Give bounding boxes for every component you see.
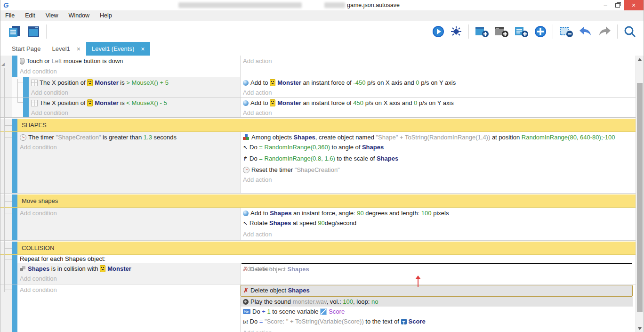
text-segment: Do: [250, 155, 259, 162]
condition-row[interactable]: The X position of Monster is > MouseX() …: [29, 78, 240, 88]
close-button[interactable]: ×: [624, 0, 644, 10]
event-drag-handle[interactable]: [23, 77, 29, 97]
text-segment: to the text of: [364, 318, 401, 325]
event-drag-handle[interactable]: [12, 208, 17, 240]
undo-icon[interactable]: [579, 25, 593, 38]
add-condition-link[interactable]: Add condition: [17, 274, 240, 283]
conditions-cell: The timer "ShapeCreation" is greater tha…: [17, 132, 241, 193]
delete-event-icon[interactable]: [559, 25, 574, 38]
event-drag-handle[interactable]: [23, 97, 29, 117]
event-drag-handle[interactable]: [12, 132, 17, 193]
vertical-scrollbar: [636, 56, 644, 332]
redo-icon[interactable]: [597, 25, 612, 38]
action-row[interactable]: Do = RandomInRange(0.8, 1.6) to the scal…: [241, 154, 636, 165]
add-condition-link[interactable]: Add condition: [29, 88, 240, 97]
add-action-link[interactable]: Add action: [241, 108, 636, 118]
event-drag-handle[interactable]: [12, 255, 17, 284]
scrollbar-thumb[interactable]: [637, 83, 643, 312]
scroll-down-icon[interactable]: [638, 327, 642, 330]
menu-window[interactable]: Window: [69, 12, 89, 19]
text-segment: Rotate: [250, 219, 269, 227]
add-action-link[interactable]: Add action: [241, 229, 636, 239]
add-event-icon[interactable]: [475, 25, 490, 38]
tree-guide: [4, 137, 12, 138]
tab-level1-events[interactable]: Level1 (Events) ×: [86, 42, 151, 56]
monster-icon: [270, 79, 275, 86]
add-action-link[interactable]: Add action: [241, 328, 636, 332]
action-row[interactable]: Reset the timer "ShapeCreation": [241, 165, 636, 175]
text-segment: "ShapeCreation": [295, 166, 340, 173]
action-row[interactable]: Do + 1 to scene variable Score: [241, 307, 636, 316]
tab-start-page[interactable]: Start Page: [6, 42, 46, 56]
comment-move-shapes[interactable]: Move shapes: [0, 194, 636, 208]
for-each-header[interactable]: Repeat for each Shapes object:: [17, 255, 636, 263]
event-drag-handle[interactable]: [12, 194, 17, 207]
comment-collision[interactable]: COLLISION: [0, 242, 636, 255]
add-new-icon[interactable]: [534, 25, 547, 38]
condition-row[interactable]: Shapes is in collision with Monster: [17, 264, 240, 274]
close-tab-icon[interactable]: ×: [77, 45, 80, 53]
add-action-link[interactable]: Add action: [241, 56, 636, 66]
action-row-selected[interactable]: Play the sound monster.wav, vol.: 100, l…: [241, 297, 633, 307]
drag-direction-arrow: [415, 275, 421, 288]
expander-icon[interactable]: ◢: [1, 62, 5, 66]
toolbar-separator: [46, 24, 47, 39]
force-icon: [243, 211, 249, 216]
event-drag-handle[interactable]: [12, 284, 17, 332]
scroll-up-icon[interactable]: [638, 58, 642, 61]
action-row[interactable]: Among objects Shapes, create object name…: [241, 132, 636, 142]
close-tab-icon[interactable]: ×: [141, 45, 145, 53]
action-row[interactable]: Add to Monster an instant force of -450 …: [241, 78, 636, 88]
add-comment-icon[interactable]: [514, 25, 529, 38]
action-row[interactable]: Rotate Shapes at speed 90deg/second: [241, 218, 636, 229]
text-segment: The X position of: [40, 79, 87, 86]
menu-file[interactable]: File: [5, 12, 15, 19]
toolbar: [0, 21, 644, 42]
menu-help[interactable]: Help: [100, 12, 112, 19]
gdevelop-window: G game.json.autosave – × File Edit View …: [0, 0, 644, 332]
action-row[interactable]: Add to Monster an instant force of 450 p…: [241, 98, 636, 108]
add-condition-link[interactable]: Add condition: [17, 66, 240, 77]
text-segment: RandomInRange(80, 640-80);-100: [522, 134, 615, 141]
text-segment: Shapes: [269, 219, 291, 227]
scene-editor-icon[interactable]: [26, 24, 40, 39]
action-row[interactable]: Do = "Score: " + ToString(Variable(Score…: [241, 316, 636, 328]
add-condition-link[interactable]: Add condition: [17, 142, 240, 152]
text-segment: Do: [250, 318, 259, 325]
add-subevent-icon[interactable]: [494, 25, 509, 38]
menu-view[interactable]: View: [46, 12, 58, 19]
event-drag-handle[interactable]: [12, 56, 17, 77]
search-icon[interactable]: [623, 25, 636, 38]
debug-icon[interactable]: [450, 25, 463, 38]
event-drag-handle[interactable]: [12, 119, 17, 131]
text-segment: 100: [421, 210, 432, 217]
add-action-link[interactable]: Add action: [241, 88, 636, 97]
text-segment: is in collision with: [49, 265, 100, 272]
conditions-cell: The X position of Monster is < MouseX() …: [29, 97, 241, 117]
action-row-selected[interactable]: Delete object Shapes: [241, 285, 633, 297]
condition-row[interactable]: Touch or Left mouse button is down: [17, 56, 240, 66]
add-condition-link[interactable]: Add condition: [17, 208, 240, 218]
event-drag-handle[interactable]: [12, 242, 17, 254]
condition-row[interactable]: The timer "ShapeCreation" is greater tha…: [17, 132, 240, 142]
monster-icon: [100, 265, 105, 272]
tree-guide: [17, 102, 23, 103]
action-row[interactable]: Add to Shapes an instant force, angle: 9…: [241, 208, 636, 218]
menu-edit[interactable]: Edit: [25, 12, 35, 19]
text-segment: Add to: [250, 79, 270, 86]
tab-level1[interactable]: Level1 ×: [46, 42, 86, 56]
condition-row[interactable]: The X position of Monster is < MouseX() …: [29, 98, 240, 108]
project-manager-icon[interactable]: [8, 24, 22, 39]
restore-button[interactable]: [612, 0, 624, 10]
text-segment: Delete object: [250, 266, 288, 273]
add-action-link[interactable]: Add action: [241, 175, 636, 185]
preview-play-icon[interactable]: [432, 25, 445, 38]
redacted-title-text: [178, 2, 302, 8]
add-condition-link[interactable]: Add condition: [17, 285, 240, 295]
comment-shapes[interactable]: SHAPES: [0, 119, 636, 132]
text-segment: at speed: [291, 219, 318, 227]
minimize-button[interactable]: –: [599, 0, 612, 10]
timer-icon: [20, 134, 26, 141]
action-row[interactable]: Do = RandomInRange(0,360) to angle of Sh…: [241, 142, 636, 154]
add-condition-link[interactable]: Add condition: [29, 108, 240, 118]
